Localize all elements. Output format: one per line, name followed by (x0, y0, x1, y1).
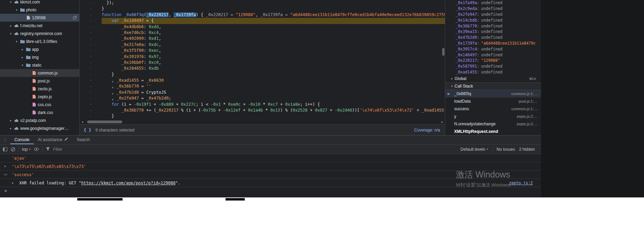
editor-hscrollbar[interactable]: ◂ ▸ (80, 119, 445, 124)
gutter-mark[interactable]: - (80, 48, 102, 54)
file-tree-item[interactable]: common.js (0, 69, 79, 77)
gutter-mark[interactable]: - (80, 66, 102, 71)
chevron-right-icon[interactable]: ▸ (8, 127, 13, 130)
gutter-mark[interactable]: - (80, 72, 102, 78)
file-tree-item[interactable]: zecto.js (0, 85, 79, 93)
chevron-right-icon[interactable]: ▸ (20, 48, 25, 51)
gutter-mark[interactable]: - (80, 90, 102, 95)
chevron-down-icon[interactable]: ▾ (14, 8, 19, 12)
file-tree-item[interactable]: ▾kkmzt.com (0, 0, 79, 6)
console-prompt[interactable]: > (0, 187, 541, 195)
call-stack-frame[interactable]: yzepto.js:2:… (445, 113, 541, 120)
frame-source-location[interactable]: common.js:1:… (511, 107, 538, 111)
file-tree-item[interactable]: ▸s2.pstatp.com (0, 116, 79, 124)
file-tree-item[interactable]: css.css (0, 101, 79, 108)
tab-search[interactable]: Search (72, 136, 94, 144)
tab-console[interactable]: Console (10, 136, 34, 144)
scope-variable-row[interactable]: _0x2c9eda:undefined (445, 6, 541, 12)
console-filter-input[interactable] (53, 147, 458, 152)
frame-source-location[interactable]: post.js:1:… (519, 99, 538, 103)
chevron-right-icon[interactable]: ▸ (449, 77, 455, 80)
scope-variable-row[interactable]: _0xad1455:undefined (445, 69, 541, 75)
file-tree-item[interactable]: ▸www.googletagmanager… (0, 124, 79, 132)
chevron-down-icon[interactable]: ▾ (449, 84, 455, 88)
chevron-right-icon[interactable]: ▸ (8, 119, 13, 122)
gutter-mark[interactable]: - (80, 18, 102, 24)
gutter-mark[interactable]: - (80, 6, 102, 12)
file-tree-item[interactable]: ▾libre-ui/1.3.0/files (0, 37, 79, 45)
gutter-mark[interactable]: - (80, 60, 102, 66)
chevron-right-icon[interactable]: ▸ (8, 24, 13, 27)
scope-variable-row[interactable]: _0x47b2d0:undefined (445, 35, 541, 41)
open-in-tab-icon[interactable] (73, 16, 77, 20)
editor-vscrollbar[interactable] (442, 0, 445, 119)
file-tree-item[interactable]: dark.css (0, 108, 79, 116)
log-levels-dropdown[interactable]: Default levels ▾ (461, 147, 488, 152)
gutter-mark[interactable]: - (80, 30, 102, 36)
gutter-mark[interactable]: - (80, 24, 102, 30)
file-tree-item[interactable]: ▸img (0, 53, 79, 61)
frame-source-location[interactable]: zepto.js:2:… (517, 114, 538, 118)
file-tree[interactable]: ▾kkmzt.com▾photo129088▸f.meizitu.net▾reg… (0, 0, 80, 135)
kebab-menu-icon[interactable]: ⋮ (0, 136, 10, 144)
clear-console-icon[interactable] (11, 147, 15, 152)
pretty-print-icon[interactable]: { } (84, 128, 91, 133)
scope-variable-row[interactable]: _0x220217:"129088" (445, 58, 541, 64)
file-tree-item[interactable]: zepto.js (0, 93, 79, 101)
chevron-down-icon[interactable]: ▾ (20, 64, 25, 67)
file-tree-item[interactable]: post.js (0, 77, 79, 85)
scope-variable-row[interactable]: _0x1739fa:"a6d4488cee131b11e8479c (445, 41, 541, 46)
call-stack-header[interactable]: ▾ Call Stack (445, 82, 541, 90)
scope-variable-row[interactable]: _0x39ea15:undefined (445, 29, 541, 35)
gutter-mark[interactable]: - (80, 42, 102, 48)
hscroll-track[interactable] (85, 119, 439, 124)
live-expression-eye-icon[interactable] (34, 147, 39, 151)
scope-variable-row[interactable]: _0x587991:undefined (445, 64, 541, 69)
chevron-down-icon[interactable]: ▾ (8, 0, 13, 4)
scope-variable-row[interactable]: _0x14cbdb:undefined (445, 17, 541, 23)
vscroll-thumb[interactable] (442, 48, 445, 56)
file-tree-item[interactable]: 129088 (0, 14, 79, 22)
frame-source-location[interactable]: zepto.js:2:… (517, 122, 538, 126)
scope-variable-row[interactable]: _0x140497:undefined (445, 52, 541, 58)
call-stack-frame[interactable]: N.onreadystatechangezepto.js:2:… (445, 120, 541, 128)
scope-variable-row[interactable]: _0x36b770:undefined (445, 23, 541, 29)
message-marker-icon[interactable]: > (4, 164, 12, 169)
scope-variable-row[interactable]: _0x2fe947:undefined (445, 12, 541, 18)
chevron-down-icon[interactable]: ▾ (14, 40, 19, 43)
gutter-mark[interactable]: - (80, 54, 102, 60)
gutter-mark[interactable]: - (80, 36, 102, 42)
scroll-left-icon[interactable]: ◂ (80, 120, 85, 124)
call-stack-frame[interactable]: XMLHttpRequest.send (445, 128, 541, 135)
hscroll-thumb[interactable] (87, 121, 122, 123)
chevron-right-icon[interactable]: ▸ (20, 56, 25, 59)
call-stack-frame[interactable]: ▶_0x66f3qcommon.js:1:… (445, 90, 541, 98)
gutter-mark[interactable]: - (80, 12, 102, 18)
expand-triangle-icon[interactable]: ▸ (12, 181, 19, 185)
console-url-link[interactable]: https://kkmzt.com/app/post/p?id=129088 (81, 181, 176, 185)
frame-source-location[interactable]: common.js:1:… (511, 92, 538, 96)
call-stack-frame[interactable]: loadDatapost.js:1:… (445, 98, 541, 105)
scope-variable-row[interactable]: _0x1fa49a:undefined (445, 0, 541, 6)
gutter-mark[interactable]: - (80, 95, 102, 101)
gutter-mark[interactable]: - (80, 113, 102, 119)
file-tree-item[interactable]: ▸app (0, 45, 79, 53)
gutter-mark[interactable]: - (80, 78, 102, 83)
code-area[interactable]: - });-}-function _0x66f3q(_0x220217, _0x… (80, 0, 445, 119)
issues-counter[interactable]: No Issues (497, 147, 515, 152)
file-tree-item[interactable]: ▸f.meizitu.net (0, 22, 79, 30)
file-tree-item[interactable]: ▾photo (0, 6, 79, 14)
scope-variable-row[interactable]: _0x3957c4:undefined (445, 46, 541, 52)
call-stack-frame[interactable]: successcommon.js:1:… (445, 105, 541, 113)
hidden-messages-counter[interactable]: 2 hidden (519, 147, 535, 152)
tab-ai-assistance[interactable]: AI assistance (34, 136, 72, 144)
coverage-link[interactable]: Coverage: n/a (414, 128, 440, 133)
gutter-mark[interactable]: - (80, 102, 102, 107)
gutter-mark[interactable]: - (80, 107, 102, 113)
file-tree-item[interactable]: ▾static (0, 61, 79, 69)
javascript-context-dropdown[interactable]: top ▾ (22, 147, 31, 152)
scope-global-row[interactable]: ▸ Global Win (445, 75, 541, 82)
gutter-mark[interactable]: - (80, 83, 102, 89)
scroll-right-icon[interactable]: ▸ (439, 120, 445, 124)
file-tree-item[interactable]: ▾registry.npmmirror.com (0, 30, 79, 37)
